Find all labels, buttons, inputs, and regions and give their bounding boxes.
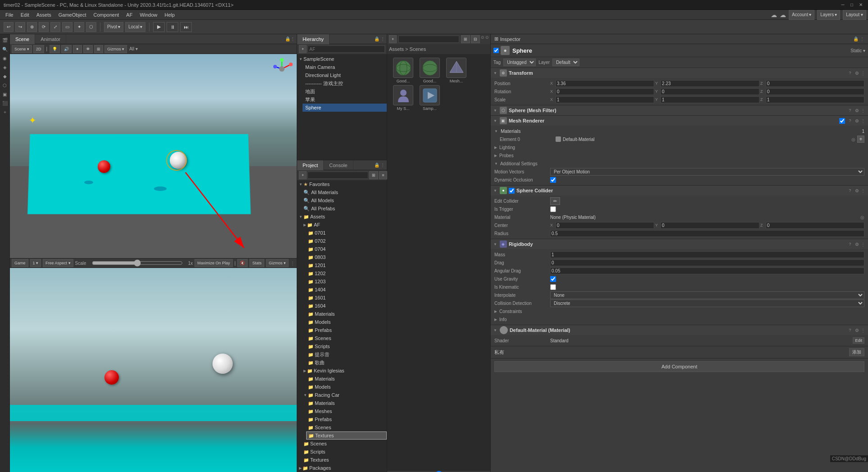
add-component-button[interactable]: Add Component bbox=[494, 361, 864, 372]
gizmos-dropdown[interactable]: Gizmos ▾ bbox=[104, 45, 127, 53]
sidebar-icon-1[interactable]: ◉ bbox=[1, 54, 9, 62]
pos-y-input[interactable] bbox=[660, 80, 759, 87]
rigidbody-help-icon[interactable]: ? bbox=[847, 241, 853, 247]
proj-scenes-1[interactable]: 📁Scenes bbox=[306, 334, 387, 342]
proj-0702[interactable]: 📁0702 bbox=[306, 237, 387, 245]
scene-grid-btn[interactable]: ⊞ bbox=[94, 45, 103, 53]
proj-scripts-top[interactable]: 📁Scripts bbox=[302, 448, 387, 456]
redo-button[interactable]: ↪ bbox=[15, 22, 25, 32]
project-icon-view-btn[interactable]: ⊞ bbox=[369, 171, 378, 179]
proj-scripts-1[interactable]: 📁Scripts bbox=[306, 342, 387, 350]
tab-scene[interactable]: Scene bbox=[10, 34, 35, 44]
proj-all-models[interactable]: 🔍 All Models bbox=[302, 196, 387, 204]
project-lock-icon[interactable]: 🔒 bbox=[374, 163, 380, 168]
materials-add-btn[interactable]: + bbox=[857, 136, 864, 143]
lighting-toggle[interactable]: ▶ Lighting bbox=[491, 143, 868, 151]
project-search-input[interactable] bbox=[307, 172, 368, 179]
rot-x-input[interactable] bbox=[556, 88, 654, 95]
center-z-input[interactable] bbox=[766, 222, 864, 229]
motion-vectors-dropdown[interactable]: Per Object Motion bbox=[550, 168, 864, 176]
sphere-collider-settings-icon[interactable]: ⚙ bbox=[855, 188, 859, 193]
sidebar-icon-4[interactable]: ⬡ bbox=[1, 81, 9, 89]
proj-all-prefabs[interactable]: 🔍 All Prefabs bbox=[302, 204, 387, 213]
proj-gequ[interactable]: 📁歌曲 bbox=[306, 359, 387, 367]
element-0-target-icon[interactable]: ◎ bbox=[851, 137, 855, 142]
proj-0803[interactable]: 📁0803 bbox=[306, 253, 387, 261]
proj-1601[interactable]: 📁1601 bbox=[306, 294, 387, 302]
menu-assets[interactable]: Assets bbox=[33, 11, 55, 18]
asset-item-good1[interactable]: Good... bbox=[391, 58, 416, 83]
undo-button[interactable]: ↩ bbox=[4, 22, 14, 32]
scene-lock-icon[interactable]: 🔒 bbox=[285, 36, 290, 41]
hierarchy-add-btn[interactable]: + bbox=[299, 45, 307, 53]
scl-z-input[interactable] bbox=[766, 96, 864, 103]
proj-models-kevin[interactable]: 📁Models bbox=[306, 383, 387, 391]
hier-item-maincamera[interactable]: Main Camera bbox=[303, 63, 387, 71]
mesh-filter-settings-icon[interactable]: ⚙ bbox=[855, 108, 859, 113]
proj-packages[interactable]: ▶ 📁 Packages bbox=[297, 464, 387, 472]
proj-materials-1[interactable]: 📁Materials bbox=[306, 310, 387, 318]
menu-window[interactable]: Window bbox=[136, 11, 161, 18]
proj-models-1[interactable]: 📁Models bbox=[306, 318, 387, 326]
transform-settings-icon[interactable]: ⚙ bbox=[855, 71, 859, 76]
tab-project[interactable]: Project bbox=[297, 160, 324, 170]
asset-item-good2[interactable]: Good... bbox=[417, 58, 442, 83]
menu-gameobject[interactable]: GameObject bbox=[55, 11, 90, 18]
is-trigger-checkbox[interactable] bbox=[550, 206, 556, 212]
asset-view-btn-2[interactable]: ⊟ bbox=[471, 35, 480, 43]
rotate-tool-button[interactable]: ⟳ bbox=[39, 22, 49, 32]
maximize-button[interactable]: □ bbox=[848, 1, 855, 9]
mesh-renderer-enable-checkbox[interactable] bbox=[839, 118, 845, 124]
probes-toggle[interactable]: ▶ Probes bbox=[491, 151, 868, 159]
minimize-button[interactable]: ─ bbox=[839, 1, 846, 9]
proj-af-folder[interactable]: ▶ 📁 AF bbox=[302, 221, 387, 229]
proj-1404[interactable]: 📁1404 bbox=[306, 286, 387, 294]
proj-meshes-rc[interactable]: 📁Meshes bbox=[306, 407, 387, 415]
proj-0704[interactable]: 📁0704 bbox=[306, 245, 387, 253]
add-private-button[interactable]: 添加 bbox=[849, 348, 864, 356]
mesh-filter-header[interactable]: ▼ ⬡ Sphere (Mesh Filter) ? ⚙ ⋮ bbox=[491, 105, 868, 115]
layers-button[interactable]: Layers ▾ bbox=[817, 10, 840, 20]
local-button[interactable]: Local ▾ bbox=[125, 22, 145, 32]
scene-2d-btn[interactable]: 2D bbox=[33, 45, 44, 53]
menu-file[interactable]: File bbox=[2, 11, 17, 18]
additional-settings-toggle[interactable]: ▼ Additional Settings bbox=[491, 159, 868, 168]
scl-y-input[interactable] bbox=[660, 96, 759, 103]
project-add-btn[interactable]: + bbox=[299, 171, 307, 179]
hier-item-dimian[interactable]: 地面 bbox=[303, 87, 387, 95]
game-aspect-dropdown[interactable]: Free Aspect ▾ bbox=[43, 259, 73, 267]
pause-button[interactable]: ⏸ bbox=[167, 22, 178, 32]
proj-scenes-top[interactable]: 📁Scenes bbox=[302, 440, 387, 448]
transform-more-icon[interactable]: ⋮ bbox=[861, 71, 865, 76]
pos-z-input[interactable] bbox=[766, 80, 864, 87]
sphere-collider-more-icon[interactable]: ⋮ bbox=[861, 188, 865, 193]
scene-hidden-btn[interactable]: 👁 bbox=[83, 45, 93, 53]
proj-materials-kevin[interactable]: 📁Materials bbox=[306, 375, 387, 383]
rigidbody-settings-icon[interactable]: ⚙ bbox=[855, 242, 859, 247]
move-tool-button[interactable]: ⊕ bbox=[27, 22, 37, 32]
mesh-filter-help-icon[interactable]: ? bbox=[847, 107, 853, 113]
asset-search-input[interactable] bbox=[398, 36, 459, 43]
proj-1202[interactable]: 📁1202 bbox=[306, 269, 387, 277]
proj-materials-rc[interactable]: 📁Materials bbox=[306, 399, 387, 407]
object-name[interactable]: Sphere bbox=[512, 47, 850, 54]
pivot-button[interactable]: Pivot ▾ bbox=[104, 22, 123, 32]
proj-prefabs-1[interactable]: 📁Prefabs bbox=[306, 326, 387, 334]
collision-detection-dropdown[interactable]: Discrete bbox=[550, 300, 864, 307]
mesh-renderer-help-icon[interactable]: ? bbox=[847, 118, 853, 124]
info-toggle[interactable]: ▶ Info bbox=[491, 315, 868, 323]
default-material-help-icon[interactable]: ? bbox=[847, 327, 853, 333]
hier-item-gamemaster[interactable]: ---------- 游戏主控 bbox=[303, 79, 387, 87]
scale-tool-button[interactable]: ⤢ bbox=[50, 22, 60, 32]
play-button[interactable]: ▶ bbox=[153, 22, 165, 32]
scene-audio-btn[interactable]: 🔊 bbox=[61, 45, 72, 53]
sidebar-icon-search[interactable]: 🔍 bbox=[1, 45, 9, 53]
mesh-filter-more-icon[interactable]: ⋮ bbox=[861, 108, 865, 113]
pos-x-input[interactable] bbox=[556, 80, 654, 87]
drag-input[interactable] bbox=[550, 259, 864, 266]
proj-textures-top[interactable]: 📁Textures bbox=[302, 456, 387, 464]
menu-af[interactable]: AF bbox=[122, 11, 136, 18]
game-play-dropdown[interactable]: 1 ▾ bbox=[30, 259, 41, 267]
proj-1203[interactable]: 📁1203 bbox=[306, 277, 387, 286]
scene-viewport[interactable]: ✦ bbox=[10, 54, 297, 258]
